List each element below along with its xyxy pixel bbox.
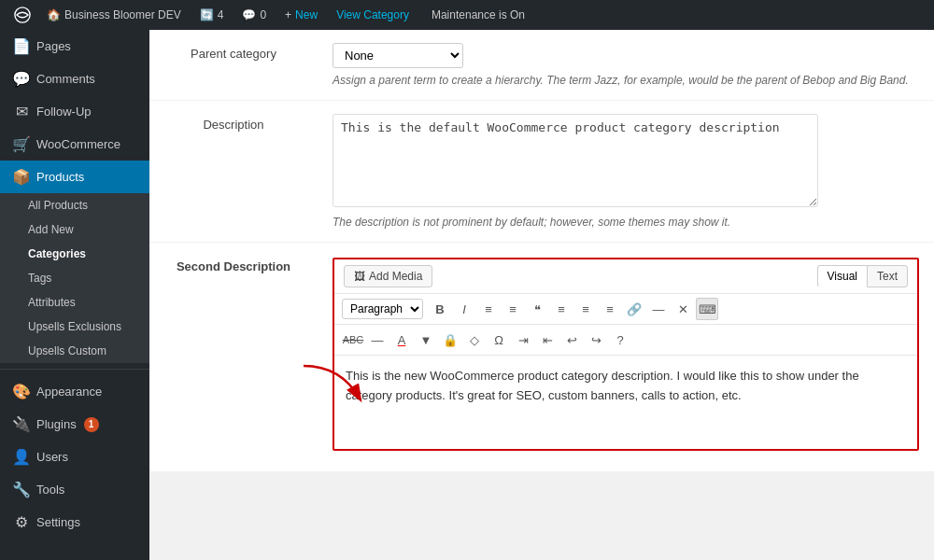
help-button[interactable]: ? xyxy=(609,329,631,351)
align-center-button[interactable]: ≡ xyxy=(574,298,597,320)
sidebar-item-products[interactable]: 📦 Products xyxy=(0,161,149,193)
home-icon: 🏠 xyxy=(47,8,61,21)
new-item[interactable]: + New xyxy=(276,0,327,30)
plugins-icon: 🔌 xyxy=(12,415,31,433)
sidebar-item-followup[interactable]: ✉ Follow-Up xyxy=(0,95,149,128)
sidebar-item-woocommerce[interactable]: 🛒 WooCommerce xyxy=(0,128,149,161)
sidebar-item-settings[interactable]: ⚙ Settings xyxy=(0,506,149,539)
followup-icon: ✉ xyxy=(12,103,31,120)
ordered-list-button[interactable]: ≡ xyxy=(502,298,524,320)
link-button[interactable]: 🔗 xyxy=(623,298,645,320)
align-right-button[interactable]: ≡ xyxy=(599,298,621,320)
blockquote-button[interactable]: ❝ xyxy=(526,298,548,320)
horizontal-rule-button[interactable]: — xyxy=(647,298,670,320)
strikethrough-button[interactable]: ABC xyxy=(342,329,364,351)
sidebar-sub-upsells-custom[interactable]: Upsells Custom xyxy=(0,339,149,363)
editor-tabs: Visual Text xyxy=(817,265,908,287)
products-icon: 📦 xyxy=(12,168,31,186)
appearance-icon: 🎨 xyxy=(12,383,31,400)
special-chars-button[interactable]: Ω xyxy=(488,329,510,351)
tools-icon: 🔧 xyxy=(12,481,31,498)
italic-button[interactable]: I xyxy=(453,298,475,320)
tab-text[interactable]: Text xyxy=(867,265,908,287)
comments-item[interactable]: 💬 0 xyxy=(233,0,276,30)
sidebar-sub-attributes[interactable]: Attributes xyxy=(0,290,149,315)
bold-button[interactable]: B xyxy=(429,298,451,320)
paste-from-word-button[interactable]: 🔒 xyxy=(439,329,461,351)
outdent-button[interactable]: ⇤ xyxy=(536,329,559,351)
form-table: Parent category None Assign a parent ter… xyxy=(149,30,934,243)
wp-logo[interactable] xyxy=(7,0,37,30)
sidebar-sub-all-products[interactable]: All Products xyxy=(0,193,149,217)
sidebar-item-appearance[interactable]: 🎨 Appearance xyxy=(0,375,149,408)
description-label: Description xyxy=(149,101,318,243)
users-icon: 👤 xyxy=(12,448,31,466)
plugins-badge: 1 xyxy=(84,417,99,432)
parent-category-desc: Assign a parent term to create a hierarc… xyxy=(333,74,919,87)
updates-item[interactable]: 🔄 4 xyxy=(191,0,234,30)
add-media-button[interactable]: 🖼 Add Media xyxy=(344,265,432,287)
site-name[interactable]: 🏠 Business Bloomer DEV xyxy=(37,0,191,30)
text-color-arrow[interactable]: ▼ xyxy=(415,329,437,351)
plus-icon: + xyxy=(285,8,291,21)
comment-icon: 💬 xyxy=(242,8,256,21)
indent-button[interactable]: ⇥ xyxy=(512,329,534,351)
parent-category-field: None xyxy=(333,43,919,68)
sidebar-item-tools[interactable]: 🔧 Tools xyxy=(0,473,149,506)
hr-button[interactable]: — xyxy=(366,329,389,351)
description-textarea[interactable]: This is the default WooCommerce product … xyxy=(333,114,818,207)
remove-format-button[interactable]: ✕ xyxy=(672,298,694,320)
sidebar-sub-add-new[interactable]: Add New xyxy=(0,217,149,242)
sidebar-sub-categories[interactable]: Categories xyxy=(0,242,149,266)
sidebar: 📄 Pages 💬 Comments ✉ Follow-Up 🛒 WooComm… xyxy=(0,30,149,560)
sidebar-item-users[interactable]: 👤 Users xyxy=(0,441,149,473)
woo-icon: 🛒 xyxy=(12,135,31,153)
sidebar-sub-tags[interactable]: Tags xyxy=(0,266,149,290)
sidebar-item-comments[interactable]: 💬 Comments xyxy=(0,63,149,95)
keyboard-shortcuts-button[interactable]: ⌨ xyxy=(696,298,718,320)
text-color-button[interactable]: A xyxy=(390,329,413,351)
comments-icon: 💬 xyxy=(12,70,31,88)
settings-icon: ⚙ xyxy=(12,513,31,531)
second-desc-label: Second Description xyxy=(149,243,318,472)
clear-formatting-button[interactable]: ◇ xyxy=(463,329,486,351)
parent-category-label: Parent category xyxy=(149,30,318,101)
toolbar-row-1: Paragraph B I ≡ ≡ ❝ ≡ ≡ ≡ 🔗 — xyxy=(334,294,917,325)
description-hint: The description is not prominent by defa… xyxy=(333,216,919,229)
editor-top-bar: 🖼 Add Media Visual Text xyxy=(334,259,917,294)
unordered-list-button[interactable]: ≡ xyxy=(477,298,500,320)
view-category-item[interactable]: View Category xyxy=(327,0,418,30)
sidebar-sub-upsells-exclusions[interactable]: Upsells Exclusions xyxy=(0,315,149,339)
second-desc-table: Second Description 🖼 Add Media xyxy=(149,243,934,472)
parent-category-select[interactable]: None xyxy=(333,43,463,68)
main-content: Parent category None Assign a parent ter… xyxy=(149,30,934,560)
undo-button[interactable]: ↩ xyxy=(560,329,583,351)
tab-visual[interactable]: Visual xyxy=(817,265,868,287)
add-media-icon: 🖼 xyxy=(354,270,365,283)
sidebar-item-plugins[interactable]: 🔌 Plugins 1 xyxy=(0,408,149,441)
maintenance-item: Maintenance is On xyxy=(422,0,534,30)
updates-icon: 🔄 xyxy=(200,8,214,21)
format-select[interactable]: Paragraph xyxy=(342,299,423,319)
editor-box: 🖼 Add Media Visual Text xyxy=(333,258,919,451)
editor-content[interactable]: This is the new WooCommerce product cate… xyxy=(334,356,917,449)
redo-button[interactable]: ↪ xyxy=(585,329,607,351)
toolbar-row-2: ABC — A ▼ 🔒 ◇ Ω ⇥ ⇤ ↩ ↪ xyxy=(334,325,917,356)
pages-icon: 📄 xyxy=(12,37,31,55)
admin-bar: 🏠 Business Bloomer DEV 🔄 4 💬 0 + New Vie… xyxy=(0,0,934,30)
sidebar-item-pages[interactable]: 📄 Pages xyxy=(0,30,149,63)
align-left-button[interactable]: ≡ xyxy=(550,298,573,320)
